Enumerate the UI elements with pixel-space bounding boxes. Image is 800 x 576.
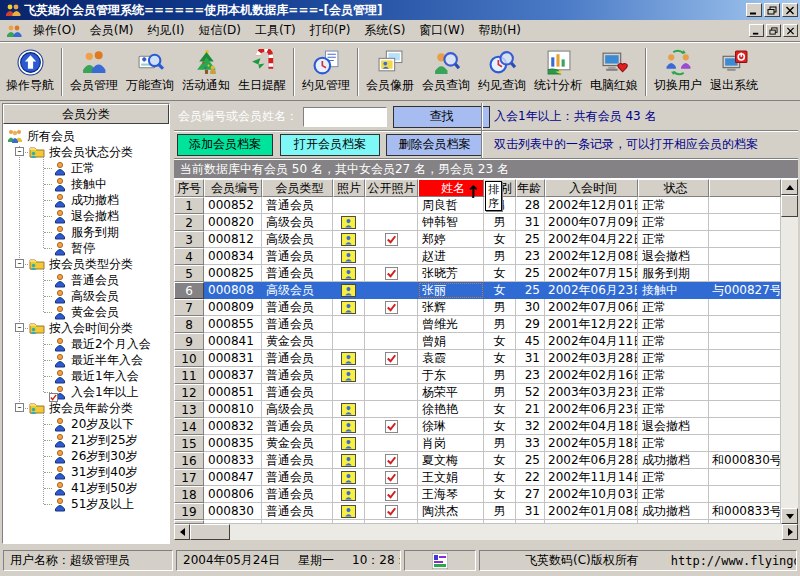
toolbar-button-members[interactable]: 会员管理: [66, 45, 122, 99]
menu-item-5[interactable]: 打印(P): [303, 20, 358, 41]
public-photo-checkbox[interactable]: [385, 471, 398, 484]
table-row[interactable]: 18000806普通会员王海琴女272002年10月03日正常: [174, 486, 798, 503]
toolbar-button-photo-album[interactable]: 会员像册: [362, 45, 418, 99]
scroll-left-button[interactable]: [174, 524, 190, 540]
table-row[interactable]: 8000855普通会员曾维光男292001年12月22日正常: [174, 316, 798, 333]
search-input[interactable]: [303, 107, 387, 127]
public-photo-checkbox[interactable]: [385, 454, 398, 467]
collapse-icon[interactable]: –: [15, 259, 24, 268]
table-row[interactable]: 10000831普通会员袁霞女312002年03月28日正常: [174, 350, 798, 367]
table-row[interactable]: 2000820高级会员钟韩智男312000年07月09日正常: [174, 214, 798, 231]
column-header-id[interactable]: 会员编号: [204, 179, 262, 197]
public-photo-checkbox[interactable]: [385, 505, 398, 518]
tree-item-1-2[interactable]: 黄金会员: [3, 304, 169, 320]
toolbar-button-activity-notice[interactable]: 活动通知: [178, 45, 234, 99]
table-row[interactable]: 11000837普通会员于东男232002年02月16日正常: [174, 367, 798, 384]
tree-item-0-3[interactable]: 退会撤档: [3, 208, 169, 224]
vertical-scroll-thumb[interactable]: [781, 195, 798, 217]
close-button[interactable]: [782, 3, 798, 17]
toolbar-button-navigation[interactable]: 操作导航: [2, 45, 58, 99]
column-header-photo[interactable]: 照片: [333, 179, 365, 197]
tree-item-all-members[interactable]: 所有会员: [3, 128, 169, 144]
menu-item-2[interactable]: 约见(I): [141, 20, 192, 41]
table-row[interactable]: 12000851普通会员杨荣平男522003年03月23日正常: [174, 384, 798, 401]
open-member-button[interactable]: 打开会员档案: [280, 134, 380, 156]
add-member-button[interactable]: 添加会员档案: [177, 134, 273, 156]
toolbar-button-statistics[interactable]: 统计分析: [530, 45, 586, 99]
toolbar-button-exit[interactable]: 退出系统: [706, 45, 762, 99]
menu-item-4[interactable]: 工具(T): [248, 20, 303, 41]
tree-item-3-0[interactable]: 20岁及以下: [3, 416, 169, 432]
toolbar-button-member-search[interactable]: 会员查询: [418, 45, 474, 99]
toolbar-button-switch-user[interactable]: 切换用户: [650, 45, 706, 99]
table-row[interactable]: 5000825普通会员张晓芳女252002年07月15日服务到期: [174, 265, 798, 282]
table-row[interactable]: 9000841黄金会员曾娟女452002年04月11日正常: [174, 333, 798, 350]
tree-item-2-2[interactable]: 最近1年入会: [3, 368, 169, 384]
menu-item-1[interactable]: 会员(M): [83, 20, 141, 41]
public-photo-checkbox[interactable]: [385, 267, 398, 280]
table-row[interactable]: 15000835黄金会员肖岗男332002年05月18日正常: [174, 435, 798, 452]
scroll-down-button[interactable]: [781, 508, 798, 524]
toolbar-button-matchmaker[interactable]: 电脑红娘: [586, 45, 642, 99]
tree-item-0-4[interactable]: 服务到期: [3, 224, 169, 240]
menu-item-8[interactable]: 帮助(H): [472, 20, 528, 41]
tree-item-3-5[interactable]: 51岁及以上: [3, 496, 169, 512]
table-row[interactable]: 14000832普通会员徐琳女322002年04月18日退会撤档: [174, 418, 798, 435]
column-header-note[interactable]: [709, 179, 781, 197]
table-row[interactable]: 13000810高级会员徐艳艳女212002年06月23日正常: [174, 401, 798, 418]
table-row[interactable]: 3000812高级会员郑婷女252002年04月22日正常: [174, 231, 798, 248]
tree-item-1-0[interactable]: 普通会员: [3, 272, 169, 288]
column-header-status[interactable]: 状态: [638, 179, 709, 197]
tree-item-0-5[interactable]: 暂停: [3, 240, 169, 256]
tree-item-3-4[interactable]: 41岁到50岁: [3, 480, 169, 496]
public-photo-checkbox[interactable]: [385, 301, 398, 314]
collapse-icon[interactable]: –: [15, 323, 24, 332]
find-button[interactable]: 查找: [393, 106, 490, 128]
tree-item-1-1[interactable]: 高级会员: [3, 288, 169, 304]
menu-item-3[interactable]: 短信(D): [191, 20, 248, 41]
table-row[interactable]: 7000809普通会员张辉男302002年07月06日正常: [174, 299, 798, 316]
minimize-button[interactable]: [746, 3, 762, 17]
public-photo-checkbox[interactable]: [385, 233, 398, 246]
tree-group-1[interactable]: –按会员类型分类: [3, 256, 169, 272]
tree-item-0-1[interactable]: 接触中: [3, 176, 169, 192]
horizontal-scrollbar[interactable]: [174, 524, 798, 540]
mdi-close-button[interactable]: [783, 24, 798, 37]
column-header-pub[interactable]: 公开照片: [365, 179, 418, 197]
scroll-up-button[interactable]: [781, 179, 798, 195]
column-header-age[interactable]: 年龄: [516, 179, 545, 197]
tree-item-2-0[interactable]: 最近2个月入会: [3, 336, 169, 352]
column-header-seq[interactable]: 序号: [174, 179, 204, 197]
vertical-scrollbar[interactable]: [781, 179, 798, 524]
menu-item-0[interactable]: 操作(O): [26, 20, 83, 41]
toolbar-button-universal-search[interactable]: 万能查询: [122, 45, 178, 99]
collapse-icon[interactable]: –: [15, 147, 24, 156]
restore-button[interactable]: [764, 3, 780, 17]
column-header-type[interactable]: 会员类型: [262, 179, 333, 197]
table-row[interactable]: 17000847普通会员王文娟女222002年11月14日正常: [174, 469, 798, 486]
tree-item-3-2[interactable]: 26岁到30岁: [3, 448, 169, 464]
toolbar-button-appointment[interactable]: 约见管理: [298, 45, 354, 99]
public-photo-checkbox[interactable]: [385, 488, 398, 501]
table-row[interactable]: 6000808高级会员张丽女252002年06月23日接触中与000827号会: [174, 282, 798, 299]
mdi-restore-button[interactable]: [766, 24, 781, 37]
table-row[interactable]: 4000834普通会员赵进男232002年12月08日退会撤档: [174, 248, 798, 265]
tree-item-2-1[interactable]: 最近半年入会: [3, 352, 169, 368]
tree-group-2[interactable]: –按入会时间分类: [3, 320, 169, 336]
tree-group-3[interactable]: –按会员年龄分类: [3, 400, 169, 416]
column-header-join[interactable]: 入会时间: [545, 179, 638, 197]
table-row[interactable]: 16000833普通会员夏文梅女252002年06月28日成功撤档和000830…: [174, 452, 798, 469]
table-row[interactable]: 19000830普通会员陶洪杰男312002年01月08日成功撤档和000833…: [174, 503, 798, 520]
scroll-right-button[interactable]: [782, 524, 798, 540]
tree-item-0-2[interactable]: 成功撤档: [3, 192, 169, 208]
tree-item-2-3[interactable]: 入会1年以上: [3, 384, 169, 400]
collapse-icon[interactable]: –: [15, 403, 24, 412]
toolbar-button-appointment-search[interactable]: 约见查询: [474, 45, 530, 99]
tree-group-0[interactable]: –按会员状态分类: [3, 144, 169, 160]
tree-item-0-0[interactable]: 正常: [3, 160, 169, 176]
public-photo-checkbox[interactable]: [385, 352, 398, 365]
delete-member-button[interactable]: 删除会员档案: [386, 134, 483, 156]
tree-item-3-1[interactable]: 21岁到25岁: [3, 432, 169, 448]
mdi-minimize-button[interactable]: [749, 24, 764, 37]
toolbar-button-birthday-reminder[interactable]: 生日提醒: [234, 45, 290, 99]
